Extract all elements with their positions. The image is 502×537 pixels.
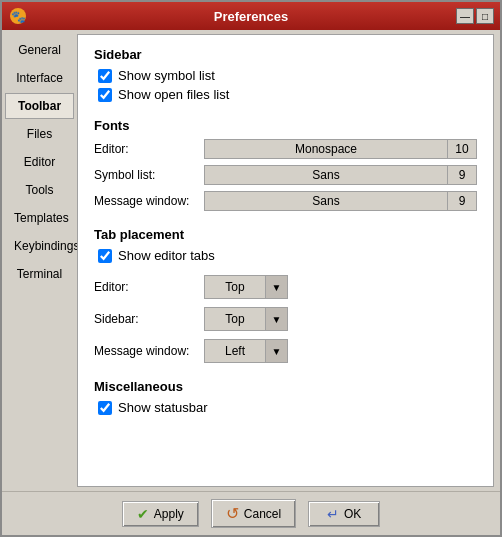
- message-font-picker[interactable]: Sans 9: [204, 191, 477, 211]
- editor-font-label: Editor:: [94, 142, 204, 156]
- svg-text:🐾: 🐾: [11, 9, 26, 24]
- show-statusbar-row: Show statusbar: [94, 400, 477, 415]
- preferences-window: 🐾 Preferences — □ General Interface Tool…: [0, 0, 502, 537]
- message-font-row: Message window: Sans 9: [94, 191, 477, 211]
- sidebar-item-files[interactable]: Files: [5, 121, 74, 147]
- tab-placement-title: Tab placement: [94, 227, 477, 242]
- show-symbol-list-row: Show symbol list: [94, 68, 477, 83]
- message-tab-label: Message window:: [94, 344, 204, 358]
- show-editor-tabs-row: Show editor tabs: [94, 248, 477, 263]
- sidebar-tab-arrow[interactable]: ▼: [265, 308, 287, 330]
- ok-button[interactable]: ↵ OK: [308, 501, 380, 527]
- show-editor-tabs-label: Show editor tabs: [118, 248, 215, 263]
- editor-font-name: Monospace: [205, 140, 448, 158]
- message-font-name: Sans: [205, 192, 448, 210]
- symbol-font-label: Symbol list:: [94, 168, 204, 182]
- main-content: Sidebar Show symbol list Show open files…: [77, 34, 494, 487]
- show-editor-tabs-checkbox[interactable]: [98, 249, 112, 263]
- show-statusbar-checkbox[interactable]: [98, 401, 112, 415]
- sidebar-item-tools[interactable]: Tools: [5, 177, 74, 203]
- editor-tab-value: Top: [205, 278, 265, 296]
- message-font-label: Message window:: [94, 194, 204, 208]
- editor-font-size: 10: [448, 140, 476, 158]
- message-font-size: 9: [448, 192, 476, 210]
- ok-icon: ↵: [327, 506, 339, 522]
- sidebar-item-editor[interactable]: Editor: [5, 149, 74, 175]
- apply-label: Apply: [154, 507, 184, 521]
- maximize-button[interactable]: □: [476, 8, 494, 24]
- cancel-icon: ↺: [226, 504, 239, 523]
- fonts-section-title: Fonts: [94, 118, 477, 133]
- nav-sidebar: General Interface Toolbar Files Editor T…: [2, 30, 77, 491]
- misc-section-title: Miscellaneous: [94, 379, 477, 394]
- footer: ✔ Apply ↺ Cancel ↵ OK: [2, 491, 500, 535]
- sidebar-tab-value: Top: [205, 310, 265, 328]
- symbol-font-name: Sans: [205, 166, 448, 184]
- show-open-files-row: Show open files list: [94, 87, 477, 102]
- titlebar: 🐾 Preferences — □: [2, 2, 500, 30]
- sidebar-item-keybindings[interactable]: Keybindings: [5, 233, 74, 259]
- message-tab-dropdown[interactable]: Left ▼: [204, 339, 288, 363]
- show-symbol-list-label: Show symbol list: [118, 68, 215, 83]
- editor-tab-dropdown[interactable]: Top ▼: [204, 275, 288, 299]
- editor-font-row: Editor: Monospace 10: [94, 139, 477, 159]
- minimize-button[interactable]: —: [456, 8, 474, 24]
- message-tab-row: Message window: Left ▼: [94, 339, 477, 363]
- sidebar-item-general[interactable]: General: [5, 37, 74, 63]
- editor-tab-label: Editor:: [94, 280, 204, 294]
- editor-tab-row: Editor: Top ▼: [94, 275, 477, 299]
- sidebar-tab-label: Sidebar:: [94, 312, 204, 326]
- window-controls: — □: [456, 8, 494, 24]
- show-statusbar-label: Show statusbar: [118, 400, 208, 415]
- message-tab-value: Left: [205, 342, 265, 360]
- ok-label: OK: [344, 507, 361, 521]
- editor-tab-arrow[interactable]: ▼: [265, 276, 287, 298]
- tab-placement-section: Tab placement Show editor tabs Editor: T…: [94, 227, 477, 363]
- fonts-section: Fonts Editor: Monospace 10 Symbol list: …: [94, 118, 477, 211]
- show-symbol-list-checkbox[interactable]: [98, 69, 112, 83]
- sidebar-item-terminal[interactable]: Terminal: [5, 261, 74, 287]
- symbol-font-size: 9: [448, 166, 476, 184]
- apply-icon: ✔: [137, 506, 149, 522]
- window-title: Preferences: [214, 9, 288, 24]
- editor-font-picker[interactable]: Monospace 10: [204, 139, 477, 159]
- symbol-font-row: Symbol list: Sans 9: [94, 165, 477, 185]
- symbol-font-picker[interactable]: Sans 9: [204, 165, 477, 185]
- sidebar-item-interface[interactable]: Interface: [5, 65, 74, 91]
- sidebar-section-title: Sidebar: [94, 47, 477, 62]
- sidebar-section: Sidebar Show symbol list Show open files…: [94, 47, 477, 102]
- app-icon: 🐾: [8, 6, 28, 26]
- cancel-label: Cancel: [244, 507, 281, 521]
- misc-section: Miscellaneous Show statusbar: [94, 379, 477, 415]
- show-open-files-checkbox[interactable]: [98, 88, 112, 102]
- sidebar-tab-row: Sidebar: Top ▼: [94, 307, 477, 331]
- window-body: General Interface Toolbar Files Editor T…: [2, 30, 500, 491]
- apply-button[interactable]: ✔ Apply: [122, 501, 199, 527]
- sidebar-tab-dropdown[interactable]: Top ▼: [204, 307, 288, 331]
- message-tab-arrow[interactable]: ▼: [265, 340, 287, 362]
- show-open-files-label: Show open files list: [118, 87, 229, 102]
- cancel-button[interactable]: ↺ Cancel: [211, 499, 296, 528]
- sidebar-item-toolbar[interactable]: Toolbar: [5, 93, 74, 119]
- sidebar-item-templates[interactable]: Templates: [5, 205, 74, 231]
